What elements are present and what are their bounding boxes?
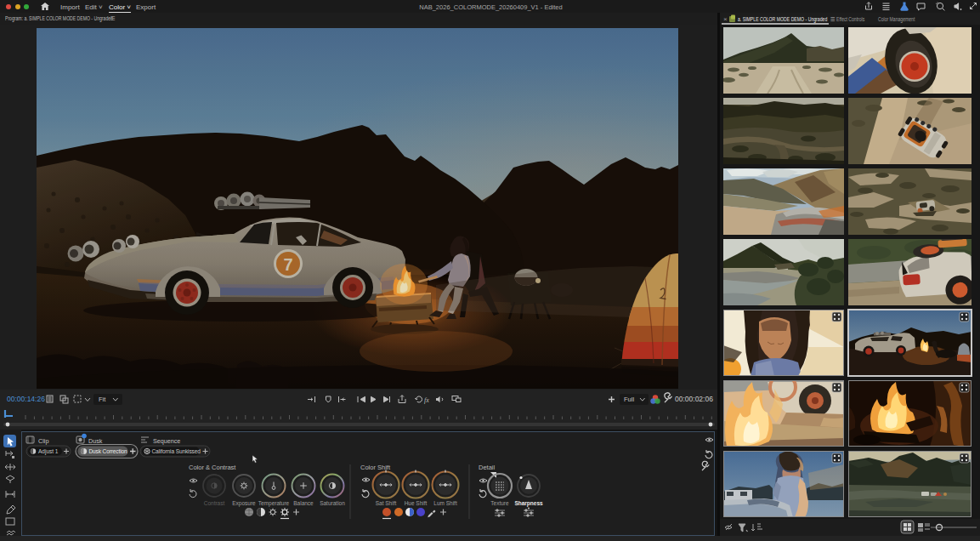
svg-text:00:00:02:06: 00:00:02:06 — [675, 395, 713, 403]
svg-text:Full: Full — [624, 396, 634, 403]
svg-text:Color Management: Color Management — [878, 16, 915, 22]
svg-text:Exposure: Exposure — [232, 500, 256, 507]
svg-text:fx: fx — [424, 396, 429, 404]
svg-text:Saturation: Saturation — [320, 500, 345, 506]
svg-text:Detail: Detail — [479, 464, 496, 471]
svg-text:Fit: Fit — [99, 396, 106, 403]
svg-text:☰: ☰ — [830, 16, 836, 22]
svg-text:Hue Shift: Hue Shift — [405, 500, 428, 506]
svg-text:Adjust 1: Adjust 1 — [38, 448, 59, 455]
svg-text:Lum Shift: Lum Shift — [433, 500, 457, 506]
svg-text:California Sunkissed: California Sunkissed — [152, 448, 201, 454]
svg-text:Temperature: Temperature — [258, 500, 290, 507]
svg-text:Dusk: Dusk — [88, 437, 103, 445]
svg-text:Effect Controls: Effect Controls — [836, 16, 864, 22]
svg-text:Sharpness: Sharpness — [514, 500, 543, 507]
svg-text:Clip: Clip — [38, 437, 48, 445]
svg-text:Sequence: Sequence — [153, 437, 180, 445]
svg-text:a. SIMPLE COLOR MODE DEMO - Un: a. SIMPLE COLOR MODE DEMO - Ungraded — [738, 16, 827, 22]
svg-text:Sat Shift: Sat Shift — [376, 500, 397, 506]
svg-text:Texture: Texture — [490, 500, 509, 506]
svg-text:Dusk Correction: Dusk Correction — [89, 448, 128, 454]
svg-text:Color & Contrast: Color & Contrast — [189, 464, 236, 471]
svg-text:×: × — [723, 15, 728, 23]
svg-text:Contrast: Contrast — [204, 500, 225, 506]
svg-text:Balance: Balance — [293, 500, 314, 506]
svg-text:00:00:14:26: 00:00:14:26 — [7, 395, 45, 403]
